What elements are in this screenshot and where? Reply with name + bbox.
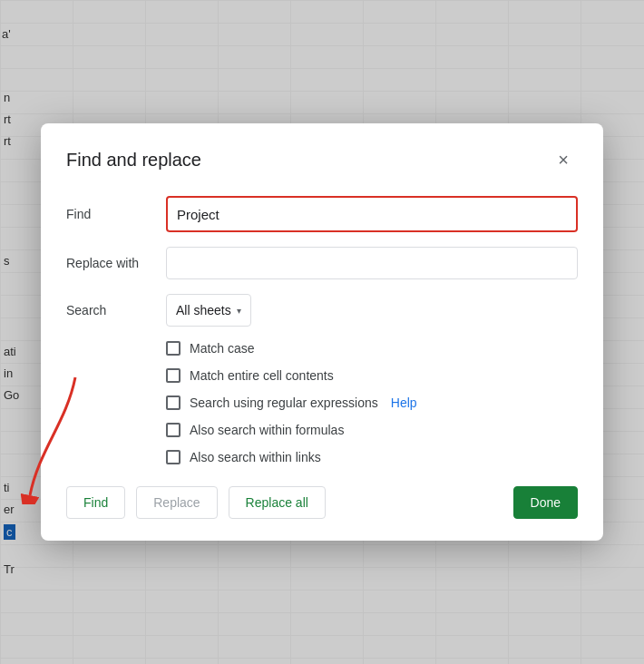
replace-all-button[interactable]: Replace all — [229, 486, 326, 519]
regex-checkbox[interactable] — [166, 395, 181, 410]
find-input[interactable] — [166, 196, 578, 232]
match-case-checkbox[interactable] — [166, 341, 181, 356]
replace-button[interactable]: Replace — [136, 486, 217, 519]
action-row: Find Replace Replace all Done — [66, 486, 578, 519]
dialog-header: Find and replace × — [66, 145, 578, 174]
match-entire-row: Match entire cell contents — [166, 368, 578, 383]
find-row: Find — [66, 196, 578, 232]
find-label: Find — [66, 207, 166, 221]
dialog-title: Find and replace — [66, 150, 201, 171]
search-label: Search — [66, 303, 166, 317]
checkboxes-section: Match case Match entire cell contents Se… — [166, 341, 578, 464]
search-row: Search All sheets ▾ — [66, 294, 578, 327]
help-link[interactable]: Help — [391, 395, 417, 410]
chevron-down-icon: ▾ — [237, 306, 241, 316]
search-dropdown[interactable]: All sheets ▾ — [166, 294, 251, 327]
within-formulas-checkbox[interactable] — [166, 423, 181, 437]
modal-overlay: Find and replace × Find Replace with Sea… — [0, 0, 644, 664]
dialog-footer: Find Replace Replace all Done — [66, 486, 578, 519]
formulas-row: Also search within formulas — [166, 423, 578, 437]
match-case-label: Match case — [190, 341, 255, 356]
within-links-label: Also search within links — [190, 450, 321, 464]
arrow-annotation — [12, 368, 93, 504]
within-formulas-label: Also search within formulas — [190, 423, 344, 437]
regex-row: Search using regular expressions Help — [166, 395, 578, 410]
search-dropdown-value: All sheets — [176, 303, 231, 317]
regex-label: Search using regular expressions — [190, 395, 378, 410]
find-input-wrapper — [166, 196, 578, 232]
match-entire-label: Match entire cell contents — [190, 368, 334, 383]
links-row: Also search within links — [166, 450, 578, 464]
within-links-checkbox[interactable] — [166, 450, 181, 464]
replace-with-label: Replace with — [66, 256, 166, 270]
close-button[interactable]: × — [549, 145, 578, 174]
replace-with-row: Replace with — [66, 247, 578, 279]
match-entire-checkbox[interactable] — [166, 368, 181, 383]
done-button[interactable]: Done — [513, 486, 578, 519]
match-case-row: Match case — [166, 341, 578, 356]
replace-with-input[interactable] — [166, 247, 578, 279]
find-replace-dialog: Find and replace × Find Replace with Sea… — [41, 123, 603, 541]
find-button[interactable]: Find — [66, 486, 125, 519]
